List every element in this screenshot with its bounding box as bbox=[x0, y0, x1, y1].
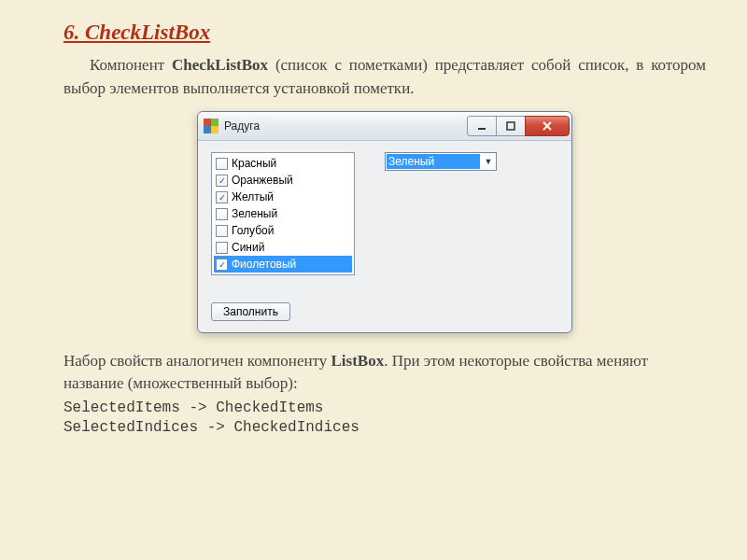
checklist-item[interactable]: Синий bbox=[214, 239, 352, 256]
checklistbox[interactable]: Красный✓Оранжевый✓ЖелтыйЗеленыйГолубойСи… bbox=[211, 152, 355, 275]
para1-pre: Компонент bbox=[90, 56, 172, 74]
titlebar[interactable]: Радуга bbox=[198, 112, 571, 141]
checklist-item-label: Синий bbox=[232, 241, 264, 254]
combobox-value: Зеленый bbox=[387, 154, 480, 169]
checkbox-icon[interactable] bbox=[216, 242, 228, 254]
footer-paragraph: Набор свойств аналогичен компоненту List… bbox=[63, 350, 706, 395]
para2-pre: Набор свойств аналогичен компоненту bbox=[63, 352, 331, 370]
svg-rect-1 bbox=[507, 122, 514, 130]
combobox[interactable]: Зеленый ▼ bbox=[385, 152, 497, 171]
checkbox-icon[interactable]: ✓ bbox=[216, 175, 228, 187]
close-button[interactable] bbox=[525, 116, 570, 136]
checklist-item-label: Голубой bbox=[232, 224, 275, 237]
minimize-button[interactable] bbox=[467, 116, 497, 136]
code-line-2: SelectedIndices -> CheckedIndices bbox=[63, 418, 706, 439]
checkbox-icon[interactable] bbox=[216, 225, 228, 237]
section-heading: 6. CheckListBox bbox=[63, 21, 706, 45]
para2-bold: ListBox bbox=[331, 352, 385, 370]
checklist-item-label: Фиолетовый bbox=[232, 258, 296, 271]
intro-paragraph: Компонент CheckListBox (список с пометка… bbox=[63, 54, 706, 100]
checkbox-icon[interactable]: ✓ bbox=[216, 259, 228, 271]
checklist-item-label: Оранжевый bbox=[232, 174, 293, 187]
chevron-down-icon: ▼ bbox=[481, 153, 496, 170]
maximize-button[interactable] bbox=[496, 116, 526, 136]
svg-rect-0 bbox=[478, 128, 486, 130]
checklist-item[interactable]: ✓Оранжевый bbox=[214, 172, 352, 189]
checklist-item[interactable]: Голубой bbox=[214, 222, 352, 239]
checklist-item[interactable]: ✓Желтый bbox=[214, 189, 352, 205]
checklist-item-label: Красный bbox=[232, 157, 276, 170]
checklist-item[interactable]: ✓Фиолетовый bbox=[214, 256, 352, 273]
checklist-item[interactable]: Красный bbox=[214, 155, 352, 172]
checklist-item[interactable]: Зеленый bbox=[214, 205, 352, 222]
example-window: Радуга Красный✓Оранжевый✓ЖелтыйЗеленыйГо… bbox=[197, 111, 572, 333]
fill-button[interactable]: Заполнить bbox=[211, 302, 290, 321]
checkbox-icon[interactable]: ✓ bbox=[216, 191, 228, 203]
para1-bold: CheckListBox bbox=[172, 56, 268, 74]
window-title: Радуга bbox=[224, 119, 468, 133]
checklist-item-label: Желтый bbox=[232, 190, 274, 203]
code-line-1: SelectedItems -> CheckedItems bbox=[63, 399, 706, 419]
checklist-item-label: Зеленый bbox=[232, 207, 277, 220]
checkbox-icon[interactable] bbox=[216, 158, 228, 170]
app-icon bbox=[204, 119, 218, 133]
checkbox-icon[interactable] bbox=[216, 208, 228, 220]
